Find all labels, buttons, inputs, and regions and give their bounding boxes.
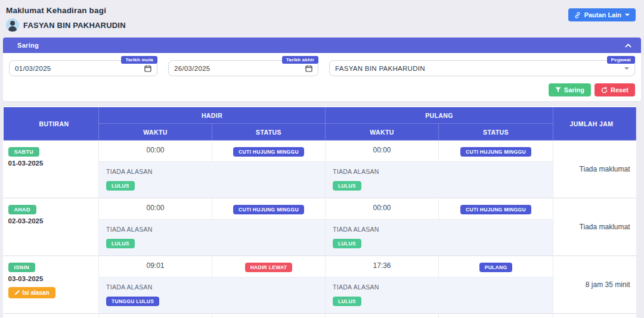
day-badge: ISNIN — [8, 263, 36, 272]
isi-alasan-label: Isi alasan — [23, 289, 49, 296]
hadir-waktu-cell: 00:00 — [99, 141, 212, 162]
pegawai-badge: Pegawai — [607, 56, 635, 64]
pulang-alasan-text: TIADA ALASAN — [333, 283, 546, 291]
caret-down-icon — [625, 14, 630, 16]
attendance-row: SABTU 01-03-2025 00:00 CUTI HUJUNG MINGG… — [4, 141, 636, 162]
pulang-alasan-status-badge: LULUS — [333, 181, 361, 191]
pulang-status-badge: CUTI HUJUNG MINGGU — [460, 147, 531, 157]
saring-button-label: Saring — [564, 86, 584, 93]
hadir-status-badge: HADIR LEWAT — [245, 263, 293, 272]
person-name: FASYAN BIN PAKHARUDIN — [23, 21, 126, 30]
date-label: 03-03-2025 — [8, 275, 94, 282]
hadir-status-cell: HADIR LEWAT — [212, 256, 326, 278]
butiran-cell: SELASA 04-03-2025 — [4, 314, 99, 318]
date-label: 02-03-2025 — [8, 217, 94, 225]
hadir-status-badge: CUTI HUJUNG MINGGU — [233, 147, 304, 157]
hadir-status-badge: CUTI HUJUNG MINGGU — [233, 205, 304, 214]
col-pulang: PULANG — [326, 107, 553, 124]
filter-header-bar[interactable]: Saring — [3, 38, 641, 53]
hadir-alasan-status-badge: LULUS — [106, 239, 135, 248]
calendar-icon[interactable] — [305, 65, 312, 72]
calendar-icon[interactable] — [144, 65, 151, 72]
jumlah-jam-cell: 8 jam 35 minit — [553, 256, 636, 314]
pulang-alasan-cell: TIADA ALASAN LULUS — [326, 220, 553, 256]
reset-button[interactable]: Reset — [595, 83, 635, 96]
hadir-alasan-text: TIADA ALASAN — [106, 168, 318, 175]
hadir-waktu-cell: 00:00 — [99, 198, 212, 220]
pulang-status-badge: PULANG — [479, 263, 513, 272]
attendance-table: BUTIRAN HADIR PULANG JUMLAH JAM WAKTU ST… — [3, 107, 636, 318]
alasan-row: TIADA ALASAN TUNGGU LULUS TIADA ALASAN L… — [4, 278, 636, 314]
date-label: 01-03-2025 — [8, 160, 94, 167]
chevron-up-icon[interactable] — [625, 43, 631, 48]
butiran-cell: AHAD 02-03-2025 — [4, 198, 99, 256]
hadir-alasan-cell: TIADA ALASAN TUNGGU LULUS — [99, 278, 326, 314]
col-hadir-waktu: WAKTU — [99, 124, 212, 141]
pulang-alasan-status-badge: LULUS — [333, 297, 361, 306]
pulang-status-badge: CUTI HUJUNG MINGGU — [460, 205, 531, 214]
pulang-alasan-cell: TIADA ALASAN LULUS — [326, 278, 553, 314]
butiran-cell: SABTU 01-03-2025 — [4, 141, 99, 198]
day-badge: AHAD — [8, 205, 36, 214]
filter-title: Saring — [17, 42, 39, 49]
link-icon — [574, 12, 581, 18]
page-title: Maklumat Kehadiran bagi — [6, 6, 637, 15]
attendance-row: AHAD 02-03-2025 00:00 CUTI HUJUNG MINGGU… — [4, 198, 636, 220]
hadir-alasan-text: TIADA ALASAN — [106, 283, 318, 291]
pulang-waktu-cell: 00:00 — [326, 198, 439, 220]
col-butiran: BUTIRAN — [4, 107, 99, 141]
page-header: Maklumat Kehadiran bagi FASYAN BIN PAKHA… — [0, 0, 644, 36]
hadir-waktu-cell: 09:01 — [99, 256, 212, 278]
table-header: BUTIRAN HADIR PULANG JUMLAH JAM WAKTU ST… — [4, 107, 636, 141]
hadir-status-cell: HADIR — [212, 314, 326, 318]
tarikh-mula-field: Tarikh mula 01/03/2025 — [9, 60, 157, 76]
tarikh-mula-value: 01/03/2025 — [15, 65, 51, 72]
tarikh-akhir-value: 26/03/2025 — [174, 65, 210, 72]
pulang-alasan-cell: TIADA ALASAN LULUS — [326, 162, 553, 198]
attendance-row: ISNIN 03-03-2025 Isi alasan 09:01 HADIR … — [4, 256, 636, 278]
hadir-status-cell: CUTI HUJUNG MINGGU — [212, 141, 326, 162]
isi-alasan-button[interactable]: Isi alasan — [8, 287, 55, 298]
col-pulang-status: STATUS — [439, 124, 553, 141]
reset-button-label: Reset — [611, 86, 628, 93]
pegawai-field: Pegawai FASYAN BIN PAKHARUDIN — [329, 60, 635, 76]
filter-funnel-icon — [555, 87, 561, 93]
hadir-status-cell: CUTI HUJUNG MINGGU — [212, 198, 326, 220]
pulang-waktu-cell: 17:30 — [326, 314, 439, 318]
pegawai-select[interactable]: FASYAN BIN PAKHARUDIN — [329, 60, 635, 76]
hadir-alasan-status-badge: TUNGGU LULUS — [106, 297, 159, 306]
jumlah-jam-cell: 8 jam 36 minit — [553, 314, 636, 318]
filter-card: Saring Tarikh mula 01/03/2025 Tarikh akh… — [3, 38, 641, 101]
pulang-alasan-status-badge: LULUS — [333, 239, 361, 248]
filter-body: Tarikh mula 01/03/2025 Tarikh akhir 26/0… — [3, 53, 641, 101]
pulang-status-cell: CUTI HUJUNG MINGGU — [439, 198, 553, 220]
pegawai-value: FASYAN BIN PAKHARUDIN — [335, 65, 425, 72]
pulang-waktu-cell: 17:36 — [326, 256, 439, 278]
person-line: FASYAN BIN PAKHARUDIN — [6, 18, 637, 32]
pulang-status-cell: CUTI HUJUNG MINGGU — [439, 141, 553, 162]
jumlah-jam-cell: Tiada maklumat — [553, 141, 636, 198]
hadir-alasan-cell: TIADA ALASAN LULUS — [99, 162, 326, 198]
jumlah-jam-cell: Tiada maklumat — [553, 198, 636, 256]
col-jumlah-jam: JUMLAH JAM — [553, 107, 636, 141]
attendance-table-body: SABTU 01-03-2025 00:00 CUTI HUJUNG MINGG… — [4, 141, 636, 318]
hadir-alasan-cell: TIADA ALASAN LULUS — [99, 220, 326, 256]
hadir-alasan-status-badge: LULUS — [106, 181, 135, 191]
caret-down-icon — [624, 67, 629, 70]
tarikh-akhir-field: Tarikh akhir 26/03/2025 — [168, 60, 318, 76]
tarikh-mula-badge: Tarikh mula — [121, 56, 157, 64]
pulang-alasan-text: TIADA ALASAN — [333, 168, 546, 175]
pautan-lain-button[interactable]: Pautan Lain — [568, 8, 636, 21]
user-avatar-icon — [6, 18, 19, 32]
alasan-row: TIADA ALASAN LULUS TIADA ALASAN LULUS — [4, 220, 636, 256]
hadir-waktu-cell: 08:54 — [99, 314, 212, 318]
tarikh-akhir-badge: Tarikh akhir — [282, 56, 318, 64]
col-hadir: HADIR — [99, 107, 326, 124]
pulang-status-cell: PULANG — [439, 256, 553, 278]
col-hadir-status: STATUS — [212, 124, 326, 141]
saring-button[interactable]: Saring — [549, 83, 591, 96]
attendance-row: SELASA 04-03-2025 08:54 HADIR 17:30 PULA… — [4, 314, 636, 318]
day-badge: SABTU — [8, 147, 40, 157]
pencil-icon — [14, 290, 20, 295]
pulang-alasan-text: TIADA ALASAN — [333, 226, 546, 233]
